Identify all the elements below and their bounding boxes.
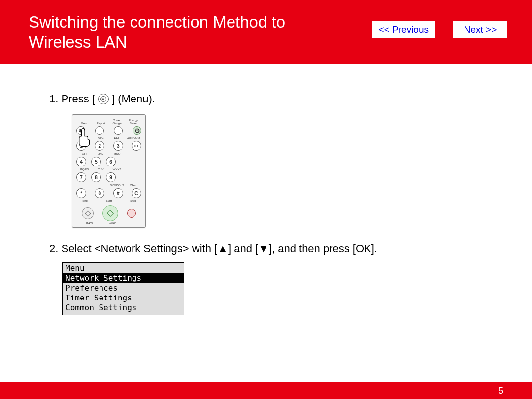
color-start-icon [102,205,118,221]
nav-button-group: << Previous Next >> [372,21,507,38]
previous-button[interactable]: << Previous [372,21,435,38]
kp-label: Energy Saver [125,119,141,125]
toner-key-icon [114,126,123,135]
key-star-icon: * [76,188,86,198]
step-2: 2. Select <Network Settings> with [▲] an… [49,242,483,315]
kp-label: SYMBOLS [109,184,125,187]
step-2-text: 2. Select <Network Settings> with [▲] an… [49,242,483,255]
kp-label: ABC [93,136,109,139]
kp-label: Clear [125,184,141,187]
step-1: 1. Press [ ✱ ] (Menu). Menu Report Toner… [49,93,483,228]
step-1-text-prefix: 1. Press [ [49,93,95,105]
menu-button-icon: ✱ [98,94,109,104]
key-3-icon: 3 [113,141,123,151]
key-8-icon: 8 [91,172,101,182]
key-id-icon: ID [132,141,141,151]
key-4-icon: 4 [76,157,86,166]
page-number: 5 [499,386,503,396]
lcd-item: Timer Settings [63,293,184,303]
keypad-illustration: Menu Report Toner Gauge Energy Saver ✱ ⏻… [72,114,146,228]
key-0-icon: 0 [95,188,104,198]
kp-label: Color [109,221,116,224]
page-title: Switching the connection Method to Wirel… [29,12,334,53]
kp-label: WXYZ [109,168,125,171]
key-7-icon: 7 [76,172,86,182]
energy-saver-key-icon: ⏻ [133,126,141,135]
key-1-icon: 1 [76,141,86,151]
kp-label: Log In/Out [125,136,141,139]
kp-label: B&W [86,221,93,224]
key-hash-icon: # [113,188,123,198]
kp-label: Report [93,122,109,125]
kp-label: PQRS [76,168,93,171]
key-6-icon: 6 [106,157,116,166]
footer-bar: 5 [0,382,532,399]
key-5-icon: 5 [91,157,101,166]
kp-label: MNO [109,152,125,155]
kp-label: Toner Gauge [109,119,125,125]
key-clear-icon: C [132,188,141,198]
stop-key-icon [127,209,136,218]
kp-label: GHI [76,152,93,155]
kp-label: Menu [76,122,93,125]
next-button[interactable]: Next >> [453,21,507,38]
content-area: 1. Press [ ✱ ] (Menu). Menu Report Toner… [0,64,532,315]
bw-start-icon [82,207,94,219]
key-9-icon: 9 [106,172,116,182]
lcd-item-selected: Network Settings [63,273,184,283]
kp-label: Start [93,200,125,202]
key-2-icon: 2 [95,141,104,151]
kp-label: Tone [76,200,93,202]
kp-label: JKL [93,152,109,155]
lcd-title: Menu [63,264,184,273]
step-1-text-suffix: ] (Menu). [112,93,155,105]
lcd-item: Preferences [63,283,184,293]
lcd-item: Common Settings [63,303,184,313]
report-key-icon [95,126,104,135]
lcd-menu-illustration: Menu Network Settings Preferences Timer … [62,262,184,315]
menu-key-icon: ✱ [76,126,85,135]
kp-label: DEF [109,136,125,139]
kp-label: TUV [93,168,109,171]
kp-label: Stop [125,200,141,202]
header-bar: Switching the connection Method to Wirel… [0,0,532,64]
